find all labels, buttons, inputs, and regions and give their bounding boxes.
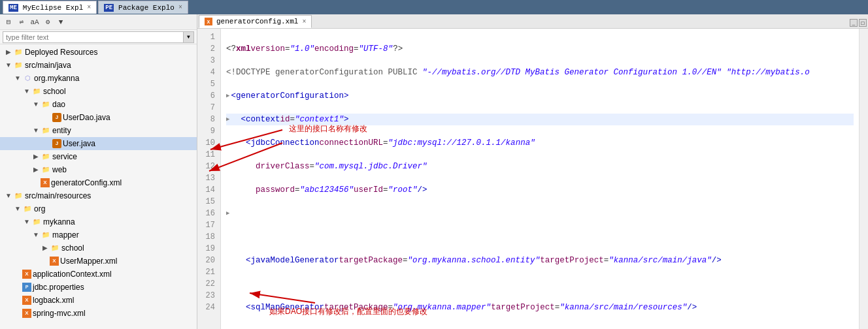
tree-item-springmvc[interactable]: ▶ X spring-mvc.xml [0,307,197,320]
code-line-12: <sqlMapGenerator targetPackage="org.myka… [226,302,854,313]
web-icon: 📁 [41,164,51,175]
deployed-toggle[interactable]: ▶ [4,48,13,57]
more-btn[interactable]: ▼ [55,16,67,28]
code-line-1: <?xml version="1.0" encoding="UTF-8"?> [226,43,854,55]
tree-item-deployed[interactable]: ▶ 📁 Deployed Resources [0,46,197,59]
tree-item-org-mykanna[interactable]: ▼ ⬡ org.mykanna [0,72,197,85]
generatorconfig-icon: X [41,178,50,187]
tree-item-service[interactable]: ▶ 📁 service [0,150,197,163]
search-dropdown-btn[interactable]: ▼ [184,31,194,43]
jdbc-icon: P [22,283,31,292]
tree-item-src-resources[interactable]: ▼ 📁 src/main/resources [0,189,197,202]
user-java-label: User.java [63,138,95,149]
left-tab-myeclipse[interactable]: ME MyEclipse Expl × [3,1,97,14]
code-line-9 [226,231,854,243]
editor-window-controls: _ □ [848,18,868,28]
minimize-btn[interactable]: _ [850,19,858,27]
school-toggle[interactable]: ▼ [22,87,31,96]
tree-item-generatorconfig[interactable]: ▶ X generatorConfig.xml [0,176,197,189]
generatorconfig-label: generatorConfig.xml [51,177,122,189]
left-panel: ⊟ ⇌ aA ⚙ ▼ ▼ ▶ 📁 Deployed Resources ▼ 📁 [0,14,197,329]
org-mykanna-toggle[interactable]: ▼ [13,74,22,83]
mapper-icon: 📁 [41,230,51,240]
src-main-java-toggle[interactable]: ▼ [4,61,13,70]
tree-item-school2[interactable]: ▶ 📁 school [0,242,197,255]
appcontext-label: applicationContext.xml [33,268,112,280]
tree-item-usermapper[interactable]: ▶ X UserMapper.xml [0,255,197,268]
usermapper-label: UserMapper.xml [60,255,117,267]
school2-toggle[interactable]: ▶ [41,243,50,253]
mapper-label: mapper [52,229,79,241]
service-icon: 📁 [41,151,51,162]
tree-item-user-java[interactable]: ▶ J User.java [0,137,197,150]
editor-tab-xml-icon: X [205,18,212,25]
service-toggle[interactable]: ▶ [31,152,41,161]
dao-toggle[interactable]: ▼ [31,100,41,109]
tree-item-entity[interactable]: ▼ 📁 entity [0,124,197,137]
top-bar: ME MyEclipse Expl × PE Package Explo × [0,0,868,14]
service-label: service [52,151,77,163]
tree-item-dao[interactable]: ▼ 📁 dao [0,98,197,111]
springmvc-label: spring-mvc.xml [33,307,86,319]
org-mykanna-icon: ⬡ [22,73,33,84]
src-main-java-label: src/main/java [25,59,71,71]
tree-item-userdao[interactable]: ▶ J UserDao.java [0,111,197,124]
code-line-11 [226,278,854,290]
src-resources-toggle[interactable]: ▼ [4,191,13,200]
jdbc-label: jdbc.properties [33,281,84,293]
userdao-icon: J [52,113,61,122]
mapper-toggle[interactable]: ▼ [31,230,41,240]
code-content: <?xml version="1.0" encoding="UTF-8"?> <… [221,29,859,329]
logback-label: logback.xml [33,294,74,306]
code-line-4: ▶ <context id="context1"> [226,114,854,125]
left-tab-package-close[interactable]: × [178,4,182,11]
entity-toggle[interactable]: ▼ [31,126,41,135]
tree-item-web[interactable]: ▶ 📁 web [0,163,197,176]
tree-item-jdbc[interactable]: ▶ P jdbc.properties [0,281,197,294]
search-box: ▼ [0,30,197,44]
left-tab-myeclipse-close[interactable]: × [87,4,91,11]
school2-label: school [61,242,84,254]
search-input[interactable] [3,31,184,43]
editor-tab-generatorconfig[interactable]: X generatorConfig.xml × [199,15,312,28]
web-toggle[interactable]: ▶ [31,165,41,174]
school-label: school [43,86,66,97]
me-icon: ME [8,4,18,12]
code-line-3: ▶<generatorConfiguration> [226,90,854,102]
deployed-label: Deployed Resources [25,46,97,58]
line-numbers: 12345 678910 1112131415 1617181920 21222… [197,29,221,329]
tree-item-src-main-java[interactable]: ▼ 📁 src/main/java [0,59,197,72]
tree-item-logback[interactable]: ▶ X logback.xml [0,294,197,307]
dao-label: dao [52,99,65,110]
code-line-13 [226,325,854,329]
org2-label: org [34,203,45,215]
deployed-folder-icon: 📁 [13,47,24,57]
usermapper-icon: X [50,257,59,266]
scrollbar[interactable] [859,29,868,329]
tree-item-appcontext[interactable]: ▶ X applicationContext.xml [0,268,197,281]
org2-toggle[interactable]: ▼ [13,204,22,213]
entity-icon: 📁 [41,125,51,136]
left-tab-package[interactable]: PE Package Explo × [98,1,188,14]
code-area[interactable]: 12345 678910 1112131415 1617181920 21222… [197,29,859,329]
org-mykanna-label: org.mykanna [34,72,79,84]
logback-icon: X [22,296,31,305]
tree-item-mykanna2[interactable]: ▼ 📁 mykanna [0,215,197,228]
settings-btn[interactable]: ⚙ [42,16,54,28]
school2-icon: 📁 [50,243,60,253]
tree-item-mapper[interactable]: ▼ 📁 mapper [0,228,197,242]
code-line-2: <!DOCTYPE generatorConfiguration PUBLIC … [226,67,854,78]
maximize-btn[interactable]: □ [859,19,867,27]
collapse-all-btn[interactable]: ⊟ [3,16,14,28]
link-editor-btn[interactable]: ⇌ [16,16,27,28]
tree-item-school[interactable]: ▼ 📁 school [0,85,197,98]
pe-icon: PE [104,4,114,12]
tree-item-org2[interactable]: ▼ 📁 org [0,202,197,215]
left-toolbar: ⊟ ⇌ aA ⚙ ▼ [0,14,197,30]
mykanna2-label: mykanna [43,216,75,228]
mykanna2-toggle[interactable]: ▼ [22,217,31,227]
left-tab-package-label: Package Explo [118,4,175,12]
editor-tab-close[interactable]: × [302,18,306,25]
main-content: ⊟ ⇌ aA ⚙ ▼ ▼ ▶ 📁 Deployed Resources ▼ 📁 [0,14,868,329]
aa-btn[interactable]: aA [29,16,41,28]
